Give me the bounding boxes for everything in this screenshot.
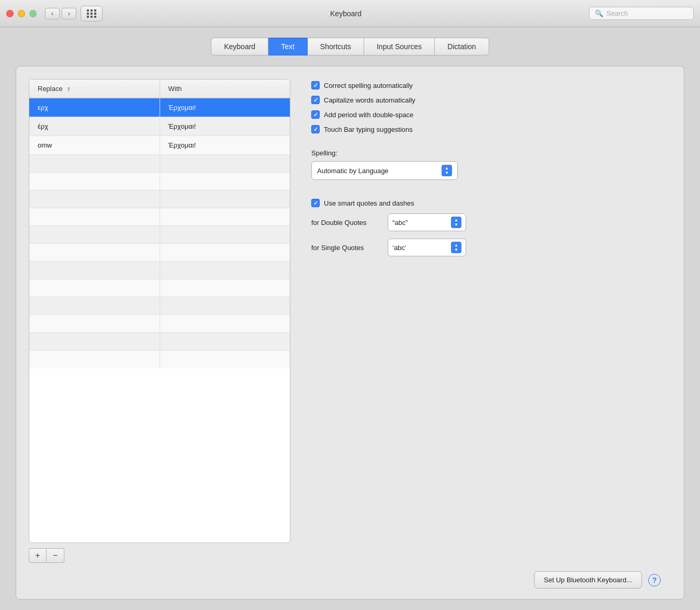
single-quotes-label: for Single Quotes [311, 244, 379, 252]
up-arrow-icon: ▲ [454, 218, 458, 222]
down-arrow-icon: ▼ [445, 171, 449, 175]
correct-spelling-row: ✓ Correct spelling automatically [311, 81, 671, 89]
table-row[interactable] [29, 315, 290, 333]
main-content: Keyboard Text Shortcuts Input Sources Di… [0, 27, 700, 610]
table-row[interactable] [29, 351, 290, 368]
checkmark-icon: ✓ [313, 97, 318, 104]
table-row[interactable] [29, 155, 290, 173]
replace-col-header[interactable]: Replace ⇧ [29, 80, 160, 98]
grid-button[interactable] [81, 6, 103, 21]
spelling-dropdown[interactable]: Automatic by Language ▲ ▼ [311, 161, 458, 180]
single-quotes-dropdown[interactable]: ‘abc’ ▲ ▼ [388, 239, 466, 256]
maximize-button[interactable] [29, 10, 37, 17]
titlebar: ‹ › Keyboard 🔍 Search [0, 0, 700, 27]
spelling-dropdown-text: Automatic by Language [317, 167, 389, 175]
dropdown-arrows-icon: ▲ ▼ [442, 165, 452, 176]
grid-icon [87, 9, 97, 18]
smart-quotes-section: ✓ Use smart quotes and dashes for Double… [311, 199, 671, 264]
correct-spelling-label: Correct spelling automatically [324, 82, 413, 89]
checkmark-icon: ✓ [313, 126, 318, 133]
touchbar-row: ✓ Touch Bar typing suggestions [311, 125, 671, 133]
tab-input-sources[interactable]: Input Sources [364, 38, 435, 55]
replace-cell: έρχ [29, 117, 160, 136]
replace-cell: omw [29, 136, 160, 155]
double-quotes-row: for Double Quotes “abc” ▲ ▼ [311, 213, 671, 231]
sort-arrow: ⇧ [66, 86, 71, 92]
add-period-checkbox[interactable]: ✓ [311, 110, 320, 119]
spelling-section: Spelling: Automatic by Language ▲ ▼ [311, 149, 671, 180]
up-arrow-icon: ▲ [454, 243, 458, 247]
table-row[interactable] [29, 208, 290, 226]
table-wrap: Replace ⇧ With ερχ Έρχομαι! [29, 79, 290, 543]
with-cell: Έρχομαι! [160, 117, 290, 136]
options-panel: ✓ Correct spelling automatically ✓ Capit… [311, 79, 671, 563]
capitalize-words-row: ✓ Capitalize words automatically [311, 96, 671, 104]
tabs: Keyboard Text Shortcuts Input Sources Di… [16, 38, 684, 55]
nav-buttons: ‹ › [45, 8, 76, 19]
tab-shortcuts[interactable]: Shortcuts [308, 38, 364, 55]
table-row[interactable] [29, 190, 290, 208]
table-row[interactable] [29, 333, 290, 351]
table-row[interactable]: ερχ Έρχομαι! [29, 98, 290, 117]
table-row[interactable]: omw Έρχομαι! [29, 136, 290, 155]
panel-inner: Replace ⇧ With ερχ Έρχομαι! [29, 79, 671, 563]
table-container: Replace ⇧ With ερχ Έρχομαι! [29, 79, 290, 563]
single-quotes-value: ‘abc’ [392, 244, 407, 252]
search-bar[interactable]: 🔍 Search [589, 7, 694, 20]
help-button[interactable]: ? [648, 574, 661, 586]
smart-quotes-label: Use smart quotes and dashes [324, 199, 414, 207]
table-row[interactable] [29, 279, 290, 297]
touchbar-checkbox[interactable]: ✓ [311, 125, 320, 133]
with-cell: Έρχομαι! [160, 98, 290, 117]
single-quotes-row: for Single Quotes ‘abc’ ▲ ▼ [311, 239, 671, 256]
down-arrow-icon: ▼ [454, 223, 458, 227]
tab-text[interactable]: Text [268, 38, 308, 55]
smart-quotes-row: ✓ Use smart quotes and dashes [311, 199, 671, 207]
table-row[interactable] [29, 262, 290, 279]
up-arrow-icon: ▲ [445, 166, 449, 171]
bluetooth-button[interactable]: Set Up Bluetooth Keyboard... [534, 571, 642, 589]
tab-keyboard[interactable]: Keyboard [211, 38, 268, 55]
down-arrow-icon: ▼ [454, 248, 458, 252]
traffic-lights [6, 10, 37, 17]
forward-button[interactable]: › [62, 8, 76, 19]
table-row[interactable] [29, 226, 290, 244]
correct-spelling-checkbox[interactable]: ✓ [311, 81, 320, 89]
minimize-button[interactable] [18, 10, 25, 17]
tab-dictation[interactable]: Dictation [435, 38, 489, 55]
capitalize-words-checkbox[interactable]: ✓ [311, 96, 320, 104]
replace-cell: ερχ [29, 98, 160, 117]
checkmark-icon: ✓ [313, 111, 318, 118]
capitalize-words-label: Capitalize words automatically [324, 96, 415, 104]
add-period-label: Add period with double-space [324, 111, 413, 119]
with-cell: Έρχομαι! [160, 136, 290, 155]
double-quotes-value: “abc” [392, 219, 408, 227]
checkmark-icon: ✓ [313, 82, 318, 89]
with-col-header[interactable]: With [160, 80, 290, 98]
search-placeholder: Search [606, 9, 628, 17]
checkmark-icon: ✓ [313, 200, 318, 207]
table-buttons: + − [29, 548, 290, 563]
touchbar-label: Touch Bar typing suggestions [324, 126, 413, 133]
search-icon: 🔍 [595, 9, 603, 17]
replacement-table: Replace ⇧ With ερχ Έρχομαι! [29, 80, 290, 368]
spelling-label: Spelling: [311, 149, 671, 157]
double-quotes-label: for Double Quotes [311, 219, 379, 227]
remove-row-button[interactable]: − [47, 548, 64, 563]
table-row[interactable] [29, 173, 290, 190]
close-button[interactable] [6, 10, 14, 17]
bottom-bar: Set Up Bluetooth Keyboard... ? [29, 563, 671, 589]
single-quotes-arrows-icon: ▲ ▼ [451, 242, 461, 253]
add-row-button[interactable]: + [29, 548, 47, 563]
table-row[interactable] [29, 244, 290, 262]
back-button[interactable]: ‹ [45, 8, 60, 19]
table-row[interactable]: έρχ Έρχομαι! [29, 117, 290, 136]
table-row[interactable] [29, 297, 290, 315]
window-title: Keyboard [103, 9, 589, 18]
double-quotes-arrows-icon: ▲ ▼ [451, 217, 461, 228]
double-quotes-dropdown[interactable]: “abc” ▲ ▼ [388, 213, 466, 231]
add-period-row: ✓ Add period with double-space [311, 110, 671, 119]
smart-quotes-checkbox[interactable]: ✓ [311, 199, 320, 207]
panel: Replace ⇧ With ερχ Έρχομαι! [16, 66, 684, 600]
